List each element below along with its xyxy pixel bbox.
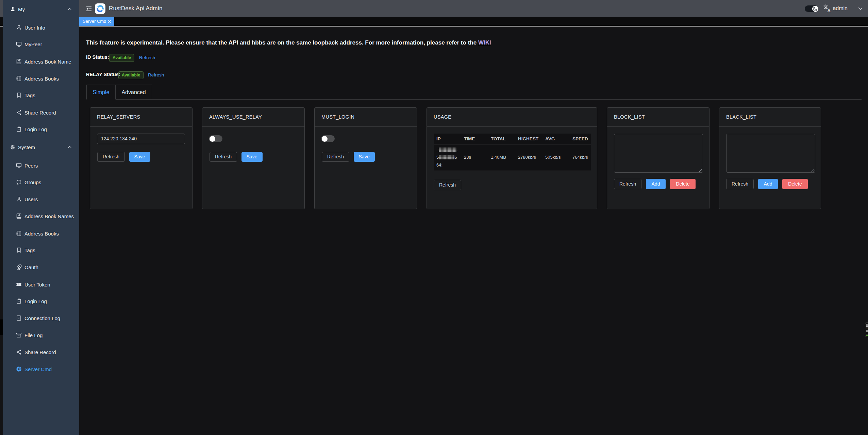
svg-text:A: A [827,8,831,13]
